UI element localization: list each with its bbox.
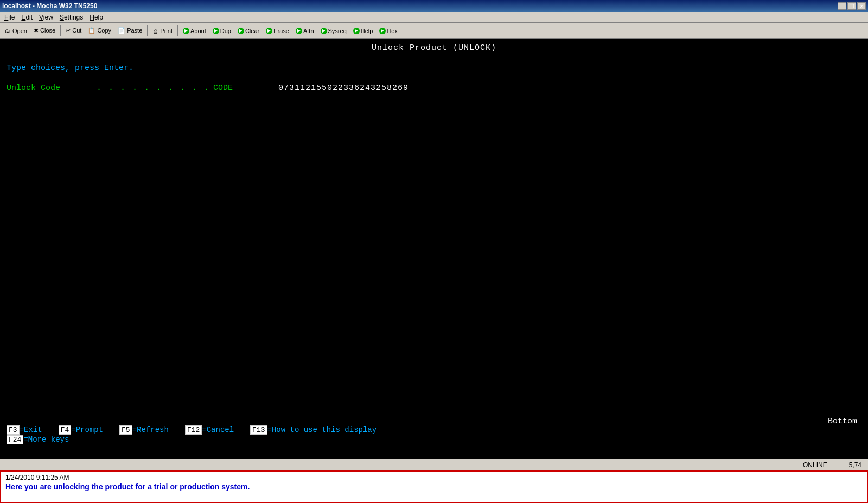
menu-view[interactable]: View bbox=[36, 13, 56, 22]
toolbar-clear[interactable]: ▶ Clear bbox=[235, 27, 262, 35]
fkey-f24[interactable]: F24=More keys bbox=[7, 435, 69, 444]
terminal-title: Unlock Product (UNLOCK) bbox=[7, 43, 861, 53]
toolbar: 🗂 Open ✖ Close ✂ Cut 📋 Copy 📄 Paste 🖨 Pr… bbox=[0, 23, 868, 39]
separator-1 bbox=[60, 25, 61, 36]
toolbar-copy[interactable]: 📋 Copy bbox=[85, 26, 114, 35]
minimize-button[interactable]: — bbox=[838, 2, 846, 10]
status-online: ONLINE bbox=[803, 461, 827, 469]
fkey-area: F3=Exit F4=Prompt F5=Refresh F12=Cancel … bbox=[7, 425, 861, 445]
cursor-position: 5,74 bbox=[849, 461, 861, 469]
toolbar-sysreq[interactable]: ▶ Sysreq bbox=[318, 27, 349, 35]
toolbar-print[interactable]: 🖨 Print bbox=[150, 27, 175, 35]
close-button[interactable]: ✕ bbox=[857, 2, 866, 10]
info-timestamp: 1/24/2010 9:11:25 AM bbox=[5, 474, 863, 481]
main-area: Unlock Product (UNLOCK) Type choices, pr… bbox=[0, 39, 868, 503]
menu-file[interactable]: File bbox=[1, 13, 18, 22]
status-bar: ONLINE 5,74 bbox=[0, 459, 868, 470]
window-controls: — ❐ ✕ bbox=[838, 2, 866, 10]
info-message: Here you are unlocking the product for a… bbox=[5, 482, 863, 491]
fkey-row2: F24=More keys bbox=[7, 435, 861, 444]
menu-help[interactable]: Help bbox=[86, 13, 106, 22]
toolbar-open[interactable]: 🗂 Open bbox=[2, 27, 30, 35]
toolbar-cut[interactable]: ✂ Cut bbox=[63, 26, 84, 35]
menu-bar: File Edit View Settings Help bbox=[0, 12, 868, 23]
separator-2 bbox=[147, 25, 148, 36]
toolbar-help[interactable]: ▶ Help bbox=[350, 27, 376, 35]
toolbar-paste[interactable]: 📄 Paste bbox=[115, 26, 145, 35]
terminal-subtitle: Type choices, press Enter. bbox=[7, 63, 861, 73]
terminal-bottom: Bottom bbox=[828, 417, 857, 426]
field-dots: . . . . . . . . . . bbox=[97, 83, 210, 93]
restore-button[interactable]: ❐ bbox=[847, 2, 856, 10]
window-title: localhost - Mocha W32 TN5250 bbox=[2, 2, 97, 10]
fkey-f5[interactable]: F5=Refresh bbox=[119, 425, 169, 434]
field-label: Unlock Code bbox=[7, 83, 93, 93]
toolbar-hex[interactable]: ▶ Hex bbox=[376, 27, 400, 35]
field-name: CODE bbox=[213, 83, 257, 93]
terminal[interactable]: Unlock Product (UNLOCK) Type choices, pr… bbox=[0, 39, 868, 459]
menu-settings[interactable]: Settings bbox=[56, 13, 86, 22]
toolbar-about[interactable]: ▶ About bbox=[180, 27, 209, 35]
title-bar: localhost - Mocha W32 TN5250 — ❐ ✕ bbox=[0, 0, 868, 12]
field-value[interactable]: 073112155022336243258269_ bbox=[278, 83, 414, 93]
toolbar-attn[interactable]: ▶ Attn bbox=[293, 27, 317, 35]
fkey-row1: F3=Exit F4=Prompt F5=Refresh F12=Cancel … bbox=[7, 425, 861, 434]
unlock-code-row: Unlock Code . . . . . . . . . . CODE 073… bbox=[7, 83, 861, 93]
toolbar-close[interactable]: ✖ Close bbox=[31, 26, 58, 35]
separator-3 bbox=[177, 25, 178, 36]
fkey-f3[interactable]: F3=Exit bbox=[7, 425, 42, 434]
fkey-f13[interactable]: F13=How to use this display bbox=[250, 425, 376, 434]
fkey-f4[interactable]: F4=Prompt bbox=[59, 425, 103, 434]
toolbar-erase[interactable]: ▶ Erase bbox=[263, 27, 292, 35]
toolbar-dup[interactable]: ▶ Dup bbox=[210, 27, 234, 35]
menu-edit[interactable]: Edit bbox=[18, 13, 36, 22]
info-bar: 1/24/2010 9:11:25 AM Here you are unlock… bbox=[0, 470, 868, 503]
fkey-f12[interactable]: F12=Cancel bbox=[185, 425, 234, 434]
